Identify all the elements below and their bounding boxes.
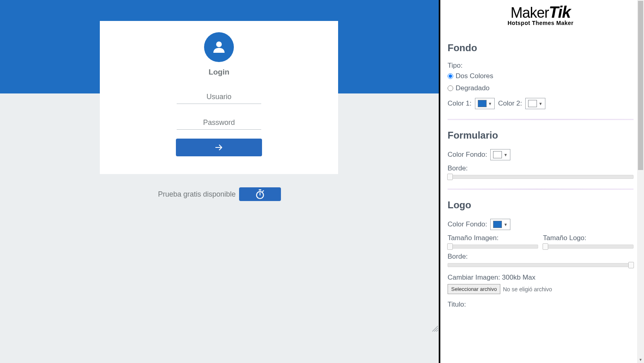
file-select-button[interactable]: Seleccionar archivo (448, 284, 500, 294)
form-border-slider[interactable] (448, 175, 634, 179)
chevron-down-icon: ▼ (504, 153, 508, 157)
brand-tagline: Hotspot Themes Maker (448, 20, 634, 26)
logo-border-slider[interactable] (448, 263, 634, 267)
logo-bg-swatch (493, 221, 502, 228)
chevron-down-icon: ▼ (504, 222, 508, 227)
img-size-label: Tamaño Imagen: (448, 234, 538, 242)
password-input[interactable] (177, 116, 261, 130)
brand-logo: MakerTik Hotspot Themes Maker (448, 3, 634, 26)
form-bg-picker[interactable]: ▼ (490, 149, 510, 160)
svg-point-0 (216, 41, 222, 47)
form-bg-swatch (493, 151, 502, 158)
submit-button[interactable] (176, 139, 262, 156)
radio-degradado-label: Degradado (456, 84, 489, 92)
brand-name: MakerTik (448, 3, 634, 21)
sidebar-scroll[interactable]: MakerTik Hotspot Themes Maker Fondo Tipo… (440, 0, 644, 363)
user-icon (211, 39, 227, 56)
logo-size-label: Tamaño Logo: (543, 234, 634, 242)
logo-size-slider[interactable] (543, 245, 634, 249)
slider-thumb[interactable] (543, 243, 548, 250)
logo-bg-label: Color Fondo: (448, 220, 487, 228)
form-bg-label: Color Fondo: (448, 151, 487, 159)
arrow-right-icon (213, 143, 225, 152)
brand-name-part2: Tik (549, 3, 570, 21)
img-size-slider[interactable] (448, 245, 538, 249)
trial-button[interactable] (239, 187, 281, 201)
logo-title-label: Titulo: (448, 301, 634, 309)
scrollbar-arrow-down-icon[interactable]: ▼ (637, 356, 644, 363)
username-input[interactable] (177, 90, 261, 104)
color2-swatch (528, 100, 537, 107)
radio-degradado[interactable]: Degradado (448, 84, 634, 92)
radio-dos-colores-input[interactable] (448, 73, 453, 79)
trial-row: Prueba gratis disponible (0, 187, 439, 201)
stopwatch-icon (255, 189, 265, 199)
slider-thumb[interactable] (447, 243, 453, 250)
svg-line-7 (436, 330, 438, 332)
section-title-logo: Logo (448, 199, 634, 211)
svg-rect-1 (258, 189, 261, 191)
slider-thumb[interactable] (628, 262, 634, 268)
color1-picker[interactable]: ▼ (475, 98, 495, 109)
change-img-label: Cambiar Imagen: 300kb Max (448, 274, 634, 282)
radio-dos-colores-label: Dos Colores (456, 72, 493, 80)
color2-label: Color 2: (498, 100, 522, 108)
settings-sidebar: MakerTik Hotspot Themes Maker Fondo Tipo… (440, 0, 644, 363)
color1-label: Color 1: (448, 100, 472, 108)
preview-pane: Login Prueba gratis disponible (0, 0, 439, 363)
section-title-fondo: Fondo (448, 42, 634, 54)
scrollbar-vertical[interactable]: ▼ (637, 0, 644, 363)
tipo-label: Tipo: (448, 62, 634, 70)
resize-handle-icon[interactable] (431, 324, 438, 332)
color2-picker[interactable]: ▼ (525, 98, 545, 109)
radio-dos-colores[interactable]: Dos Colores (448, 72, 634, 80)
slider-thumb[interactable] (447, 174, 453, 180)
file-status: No se eligió archivo (503, 286, 552, 292)
brand-name-part1: Maker (510, 4, 549, 21)
svg-line-6 (434, 328, 438, 332)
color1-swatch (478, 100, 487, 107)
section-divider (448, 189, 634, 190)
form-border-label: Borde: (448, 164, 634, 172)
login-card: Login (100, 21, 338, 174)
avatar-logo (204, 32, 234, 62)
scrollbar-thumb[interactable] (638, 1, 643, 170)
svg-line-4 (262, 191, 263, 191)
chevron-down-icon: ▼ (488, 102, 492, 106)
logo-bg-picker[interactable]: ▼ (490, 219, 510, 230)
trial-text: Prueba gratis disponible (158, 190, 235, 199)
section-divider (448, 119, 634, 120)
radio-degradado-input[interactable] (448, 85, 453, 91)
login-title: Login (208, 68, 229, 77)
chevron-down-icon: ▼ (539, 102, 543, 106)
section-title-formulario: Formulario (448, 130, 634, 141)
